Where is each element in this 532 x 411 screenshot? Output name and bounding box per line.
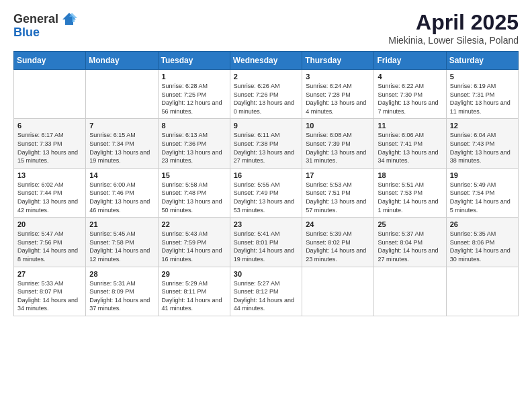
calendar-cell: 10Sunrise: 6:08 AMSunset: 7:39 PMDayligh… — [302, 119, 374, 168]
calendar-header-row: Sunday Monday Tuesday Wednesday Thursday… — [14, 52, 519, 70]
day-info: Sunrise: 6:02 AMSunset: 7:44 PMDaylight:… — [17, 181, 82, 214]
day-number: 6 — [17, 122, 82, 130]
day-info: Sunrise: 6:17 AMSunset: 7:33 PMDaylight:… — [17, 131, 82, 165]
day-number: 15 — [162, 171, 226, 179]
day-info: Sunrise: 6:13 AMSunset: 7:36 PMDaylight:… — [162, 131, 226, 165]
title-block: April 2025 Miekinia, Lower Silesia, Pola… — [388, 10, 519, 46]
day-number: 22 — [162, 220, 226, 228]
calendar-cell: 27Sunrise: 5:33 AMSunset: 8:07 PMDayligh… — [14, 267, 86, 316]
day-number: 16 — [234, 171, 298, 179]
day-number: 7 — [89, 122, 154, 130]
week-row-3: 13Sunrise: 6:02 AMSunset: 7:44 PMDayligh… — [14, 168, 519, 217]
calendar-cell: 12Sunrise: 6:04 AMSunset: 7:43 PMDayligh… — [446, 119, 518, 168]
day-number: 12 — [450, 122, 515, 130]
day-number: 5 — [450, 73, 515, 81]
calendar-cell: 5Sunrise: 6:19 AMSunset: 7:31 PMDaylight… — [446, 70, 518, 119]
day-info: Sunrise: 6:26 AMSunset: 7:26 PMDaylight:… — [234, 82, 298, 116]
day-info: Sunrise: 6:28 AMSunset: 7:25 PMDaylight:… — [162, 82, 226, 116]
calendar-cell — [302, 267, 374, 316]
day-info: Sunrise: 6:19 AMSunset: 7:31 PMDaylight:… — [450, 82, 515, 116]
day-info: Sunrise: 6:04 AMSunset: 7:43 PMDaylight:… — [450, 131, 515, 165]
day-number: 2 — [234, 73, 298, 81]
calendar-cell: 7Sunrise: 6:15 AMSunset: 7:34 PMDaylight… — [86, 119, 158, 168]
week-row-2: 6Sunrise: 6:17 AMSunset: 7:33 PMDaylight… — [14, 119, 519, 168]
day-info: Sunrise: 5:31 AMSunset: 8:09 PMDaylight:… — [89, 279, 154, 313]
day-number: 26 — [450, 220, 515, 228]
day-number: 23 — [234, 220, 298, 228]
calendar-cell: 2Sunrise: 6:26 AMSunset: 7:26 PMDaylight… — [230, 70, 302, 119]
calendar-cell: 30Sunrise: 5:27 AMSunset: 8:12 PMDayligh… — [230, 267, 302, 316]
calendar-table: Sunday Monday Tuesday Wednesday Thursday… — [13, 51, 519, 316]
week-row-1: 1Sunrise: 6:28 AMSunset: 7:25 PMDaylight… — [14, 70, 519, 119]
day-info: Sunrise: 6:06 AMSunset: 7:41 PMDaylight:… — [378, 131, 442, 165]
calendar-cell: 22Sunrise: 5:43 AMSunset: 7:59 PMDayligh… — [158, 218, 230, 267]
header-thursday: Thursday — [302, 52, 374, 70]
day-info: Sunrise: 6:11 AMSunset: 7:38 PMDaylight:… — [234, 131, 298, 165]
day-number: 29 — [162, 270, 226, 278]
day-number: 18 — [378, 171, 442, 179]
calendar-cell — [86, 70, 158, 119]
month-title: April 2025 — [388, 10, 519, 35]
day-info: Sunrise: 5:45 AMSunset: 7:58 PMDaylight:… — [89, 230, 154, 263]
calendar-cell: 8Sunrise: 6:13 AMSunset: 7:36 PMDaylight… — [158, 119, 230, 168]
day-info: Sunrise: 6:15 AMSunset: 7:34 PMDaylight:… — [89, 131, 154, 165]
calendar-cell: 21Sunrise: 5:45 AMSunset: 7:58 PMDayligh… — [86, 218, 158, 267]
day-info: Sunrise: 5:27 AMSunset: 8:12 PMDaylight:… — [234, 279, 298, 313]
day-info: Sunrise: 5:37 AMSunset: 8:04 PMDaylight:… — [378, 230, 442, 263]
day-info: Sunrise: 5:53 AMSunset: 7:51 PMDaylight:… — [306, 181, 370, 214]
calendar-cell: 1Sunrise: 6:28 AMSunset: 7:25 PMDaylight… — [158, 70, 230, 119]
calendar-cell: 4Sunrise: 6:22 AMSunset: 7:30 PMDaylight… — [374, 70, 446, 119]
day-number: 21 — [89, 220, 154, 228]
day-info: Sunrise: 5:35 AMSunset: 8:06 PMDaylight:… — [450, 230, 515, 263]
calendar-cell: 29Sunrise: 5:29 AMSunset: 8:11 PMDayligh… — [158, 267, 230, 316]
calendar-cell: 6Sunrise: 6:17 AMSunset: 7:33 PMDaylight… — [14, 119, 86, 168]
week-row-5: 27Sunrise: 5:33 AMSunset: 8:07 PMDayligh… — [14, 267, 519, 316]
day-info: Sunrise: 5:33 AMSunset: 8:07 PMDaylight:… — [17, 279, 82, 313]
calendar-cell: 3Sunrise: 6:24 AMSunset: 7:28 PMDaylight… — [302, 70, 374, 119]
day-number: 1 — [162, 73, 226, 81]
header: General Blue April 2025 Miekinia, Lower … — [13, 10, 519, 46]
day-number: 19 — [450, 171, 515, 179]
day-info: Sunrise: 6:24 AMSunset: 7:28 PMDaylight:… — [306, 82, 370, 116]
day-number: 27 — [17, 270, 82, 278]
day-info: Sunrise: 5:49 AMSunset: 7:54 PMDaylight:… — [450, 181, 515, 214]
day-number: 24 — [306, 220, 370, 228]
day-info: Sunrise: 5:55 AMSunset: 7:49 PMDaylight:… — [234, 181, 298, 214]
week-row-4: 20Sunrise: 5:47 AMSunset: 7:56 PMDayligh… — [14, 218, 519, 267]
day-number: 13 — [17, 171, 82, 179]
calendar-cell: 9Sunrise: 6:11 AMSunset: 7:38 PMDaylight… — [230, 119, 302, 168]
day-info: Sunrise: 5:43 AMSunset: 7:59 PMDaylight:… — [162, 230, 226, 263]
calendar-cell: 24Sunrise: 5:39 AMSunset: 8:02 PMDayligh… — [302, 218, 374, 267]
calendar-cell: 25Sunrise: 5:37 AMSunset: 8:04 PMDayligh… — [374, 218, 446, 267]
header-wednesday: Wednesday — [230, 52, 302, 70]
logo: General Blue — [13, 10, 79, 40]
calendar-cell: 26Sunrise: 5:35 AMSunset: 8:06 PMDayligh… — [446, 218, 518, 267]
calendar-cell: 17Sunrise: 5:53 AMSunset: 7:51 PMDayligh… — [302, 168, 374, 217]
day-info: Sunrise: 5:47 AMSunset: 7:56 PMDaylight:… — [17, 230, 82, 263]
day-number: 17 — [306, 171, 370, 179]
day-info: Sunrise: 5:41 AMSunset: 8:01 PMDaylight:… — [234, 230, 298, 263]
calendar-cell — [14, 70, 86, 119]
logo-icon — [60, 10, 79, 29]
day-number: 11 — [378, 122, 442, 130]
day-info: Sunrise: 6:00 AMSunset: 7:46 PMDaylight:… — [89, 181, 154, 214]
header-tuesday: Tuesday — [158, 52, 230, 70]
day-number: 9 — [234, 122, 298, 130]
day-number: 28 — [89, 270, 154, 278]
logo-general-text: General — [13, 13, 58, 26]
day-number: 4 — [378, 73, 442, 81]
day-info: Sunrise: 6:22 AMSunset: 7:30 PMDaylight:… — [378, 82, 442, 116]
header-friday: Friday — [374, 52, 446, 70]
calendar-cell — [374, 267, 446, 316]
location-subtitle: Miekinia, Lower Silesia, Poland — [388, 35, 519, 46]
calendar-cell: 28Sunrise: 5:31 AMSunset: 8:09 PMDayligh… — [86, 267, 158, 316]
header-sunday: Sunday — [14, 52, 86, 70]
calendar-cell: 13Sunrise: 6:02 AMSunset: 7:44 PMDayligh… — [14, 168, 86, 217]
day-number: 8 — [162, 122, 226, 130]
day-info: Sunrise: 5:39 AMSunset: 8:02 PMDaylight:… — [306, 230, 370, 263]
day-number: 10 — [306, 122, 370, 130]
calendar-cell — [446, 267, 518, 316]
calendar-cell: 15Sunrise: 5:58 AMSunset: 7:48 PMDayligh… — [158, 168, 230, 217]
calendar-cell: 23Sunrise: 5:41 AMSunset: 8:01 PMDayligh… — [230, 218, 302, 267]
calendar-cell: 19Sunrise: 5:49 AMSunset: 7:54 PMDayligh… — [446, 168, 518, 217]
